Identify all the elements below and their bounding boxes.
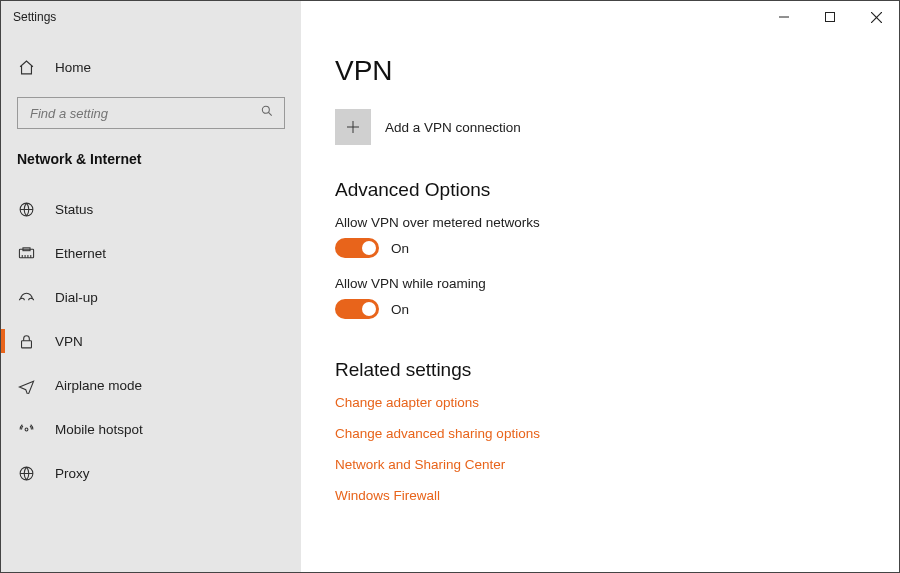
related-settings: Related settings Change adapter options … — [335, 359, 899, 503]
close-icon — [871, 12, 882, 23]
roaming-toggle-row: On — [335, 299, 899, 319]
sidebar-item-label: Mobile hotspot — [55, 422, 143, 437]
home-nav[interactable]: Home — [1, 45, 301, 89]
status-icon — [17, 200, 35, 218]
minimize-button[interactable] — [761, 1, 807, 33]
main-pane: VPN Add a VPN connection Advanced Option… — [301, 33, 899, 572]
metered-label: Allow VPN over metered networks — [335, 215, 899, 230]
roaming-label: Allow VPN while roaming — [335, 276, 899, 291]
sidebar-item-proxy[interactable]: Proxy — [1, 451, 301, 495]
add-vpn-label: Add a VPN connection — [385, 120, 521, 135]
search-icon — [260, 104, 274, 122]
titlebar: Settings — [1, 1, 899, 33]
content: Home Network & Internet Status — [1, 33, 899, 572]
maximize-button[interactable] — [807, 1, 853, 33]
sidebar-item-label: Ethernet — [55, 246, 106, 261]
svg-point-4 — [262, 106, 269, 113]
hotspot-icon — [17, 420, 35, 438]
sidebar-item-status[interactable]: Status — [1, 187, 301, 231]
link-network-sharing-center[interactable]: Network and Sharing Center — [335, 457, 899, 472]
vpn-icon — [17, 332, 35, 350]
proxy-icon — [17, 464, 35, 482]
add-vpn-button[interactable]: Add a VPN connection — [335, 109, 899, 145]
sidebar-item-airplane[interactable]: Airplane mode — [1, 363, 301, 407]
plus-icon — [335, 109, 371, 145]
sidebar-item-label: Status — [55, 202, 93, 217]
metered-toggle-row: On — [335, 238, 899, 258]
link-windows-firewall[interactable]: Windows Firewall — [335, 488, 899, 503]
sidebar-item-hotspot[interactable]: Mobile hotspot — [1, 407, 301, 451]
home-label: Home — [55, 60, 91, 75]
sidebar-item-label: Dial-up — [55, 290, 98, 305]
home-icon — [17, 58, 35, 76]
link-advanced-sharing[interactable]: Change advanced sharing options — [335, 426, 899, 441]
svg-line-5 — [268, 112, 271, 115]
sidebar-item-label: VPN — [55, 334, 83, 349]
sidebar-item-dialup[interactable]: Dial-up — [1, 275, 301, 319]
sidebar-nav: Status Ethernet Dial-up — [1, 187, 301, 495]
roaming-toggle[interactable] — [335, 299, 379, 319]
svg-rect-1 — [826, 13, 835, 22]
metered-state: On — [391, 241, 409, 256]
category-title: Network & Internet — [1, 129, 301, 177]
minimize-icon — [779, 12, 789, 22]
related-heading: Related settings — [335, 359, 899, 381]
window-controls — [301, 1, 899, 33]
window-title-text: Settings — [13, 10, 56, 24]
toggle-thumb — [362, 241, 376, 255]
advanced-options-heading: Advanced Options — [335, 179, 899, 201]
settings-window: Settings Home — [0, 0, 900, 573]
page-title: VPN — [335, 55, 899, 87]
dialup-icon — [17, 288, 35, 306]
maximize-icon — [825, 12, 835, 22]
search-box[interactable] — [17, 97, 285, 129]
svg-point-14 — [25, 428, 28, 431]
sidebar-item-ethernet[interactable]: Ethernet — [1, 231, 301, 275]
close-button[interactable] — [853, 1, 899, 33]
roaming-state: On — [391, 302, 409, 317]
svg-rect-13 — [21, 340, 31, 347]
sidebar-item-label: Airplane mode — [55, 378, 142, 393]
toggle-thumb — [362, 302, 376, 316]
airplane-icon — [17, 376, 35, 394]
link-adapter-options[interactable]: Change adapter options — [335, 395, 899, 410]
search-input[interactable] — [28, 105, 260, 122]
sidebar-item-vpn[interactable]: VPN — [1, 319, 301, 363]
sidebar-item-label: Proxy — [55, 466, 90, 481]
window-title: Settings — [1, 1, 301, 33]
sidebar: Home Network & Internet Status — [1, 33, 301, 572]
ethernet-icon — [17, 244, 35, 262]
metered-toggle[interactable] — [335, 238, 379, 258]
